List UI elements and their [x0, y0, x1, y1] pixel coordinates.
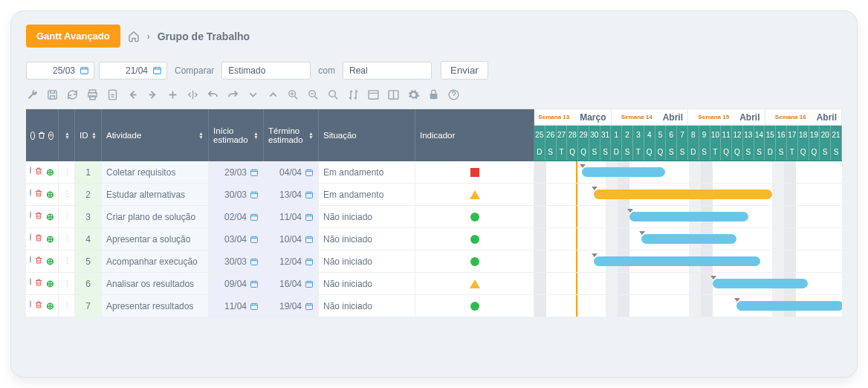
- task-row[interactable]: ⊕⋮⋮3Criar plano de solução02/0411/04Não …: [26, 206, 534, 228]
- delete-row-icon[interactable]: [34, 211, 43, 220]
- select-row-icon[interactable]: [30, 278, 31, 285]
- select-row-icon[interactable]: [30, 211, 31, 219]
- cell-start[interactable]: 29/03: [209, 161, 264, 183]
- add-row-icon[interactable]: ⊕: [46, 211, 54, 222]
- gantt-row[interactable]: [534, 206, 842, 228]
- print-icon[interactable]: [86, 88, 99, 101]
- arrow-left-icon[interactable]: [126, 88, 139, 101]
- gantt-bar[interactable]: [641, 234, 736, 244]
- sort-icon[interactable]: [347, 88, 360, 101]
- add-row-icon[interactable]: ⊕: [46, 233, 54, 245]
- undo-icon[interactable]: [207, 88, 219, 101]
- columns-icon[interactable]: [387, 88, 400, 101]
- cell-start[interactable]: 02/04: [209, 206, 264, 227]
- add-row-icon[interactable]: ⊕: [46, 166, 54, 178]
- delete-row-icon[interactable]: [34, 300, 43, 309]
- header-status[interactable]: Situação: [319, 109, 415, 161]
- header-indicator[interactable]: Indicador: [415, 109, 534, 161]
- cell-end[interactable]: 12/04: [264, 250, 319, 272]
- gear-icon[interactable]: [407, 88, 420, 101]
- gantt-row[interactable]: [534, 228, 842, 250]
- task-row[interactable]: ⊕⋮⋮1Coletar requisitos29/0304/04Em andam…: [26, 161, 534, 184]
- select-all-icon[interactable]: [30, 132, 35, 140]
- select-row-icon[interactable]: [30, 256, 31, 263]
- gantt-bar[interactable]: [629, 212, 748, 222]
- plus-icon[interactable]: [166, 88, 179, 101]
- select-row-icon[interactable]: [30, 233, 31, 241]
- task-row[interactable]: ⊕⋮⋮4Apresentar a solução03/0410/04Não in…: [26, 228, 534, 250]
- gantt-row[interactable]: [534, 184, 842, 206]
- header-bulk-tools: +: [26, 109, 59, 161]
- header-end[interactable]: Término estimado▲▼: [264, 109, 319, 161]
- refresh-icon[interactable]: [66, 88, 79, 101]
- delete-all-icon[interactable]: [37, 131, 46, 140]
- header-id[interactable]: ID▲▼: [75, 109, 102, 161]
- cell-end[interactable]: 11/04: [264, 206, 319, 227]
- export-pdf-icon[interactable]: [106, 88, 119, 101]
- timeline-month-label: Semana 16Abril: [765, 109, 843, 125]
- add-row-icon[interactable]: ⊕: [46, 256, 54, 267]
- task-row[interactable]: ⊕⋮⋮5Acompanhar execução30/0312/04Não ini…: [26, 250, 534, 273]
- wrench-icon[interactable]: [26, 88, 39, 101]
- cell-end[interactable]: 13/04: [264, 184, 319, 205]
- cell-start[interactable]: 09/04: [209, 273, 264, 294]
- redo-icon[interactable]: [227, 88, 239, 101]
- chevron-down-icon[interactable]: [247, 88, 259, 101]
- cell-start[interactable]: 03/04: [209, 228, 264, 250]
- home-icon[interactable]: [128, 30, 140, 42]
- task-row[interactable]: ⊕⋮⋮6Analisar os resultados09/0416/04Não …: [26, 273, 534, 295]
- delete-row-icon[interactable]: [34, 233, 43, 242]
- gantt-bar[interactable]: [594, 256, 760, 266]
- compare-b-select[interactable]: Real: [343, 62, 432, 80]
- header-activity[interactable]: Atividade▲▼: [102, 109, 209, 161]
- lock-icon[interactable]: [427, 88, 440, 101]
- layout-icon[interactable]: [367, 88, 380, 101]
- cell-end[interactable]: 04/04: [264, 161, 319, 183]
- search-icon[interactable]: [327, 88, 340, 101]
- delete-row-icon[interactable]: [34, 278, 43, 287]
- delete-row-icon[interactable]: [34, 189, 43, 198]
- date-from-input[interactable]: 25/03: [26, 62, 94, 80]
- delete-row-icon[interactable]: [34, 166, 43, 175]
- indicator-green-circle: [470, 302, 479, 311]
- header-start[interactable]: Início estimado▲▼: [209, 109, 264, 161]
- select-row-icon[interactable]: [30, 300, 31, 308]
- save-icon[interactable]: [46, 88, 59, 101]
- gantt-row[interactable]: [534, 161, 842, 184]
- split-icon[interactable]: [187, 88, 199, 101]
- date-to-input[interactable]: 21/04: [99, 62, 167, 80]
- select-row-icon[interactable]: [30, 166, 31, 174]
- send-button[interactable]: Enviar: [441, 61, 488, 80]
- gantt-bar[interactable]: [736, 301, 842, 311]
- arrow-right-icon[interactable]: [146, 88, 159, 101]
- help-icon[interactable]: [447, 88, 460, 101]
- compare-label: Comparar: [175, 65, 214, 76]
- add-row-icon[interactable]: ⊕: [46, 278, 54, 289]
- compare-a-select[interactable]: Estimado: [221, 62, 311, 80]
- zoom-in-icon[interactable]: [287, 88, 299, 101]
- zoom-out-icon[interactable]: [307, 88, 320, 101]
- gantt-row[interactable]: [534, 250, 842, 273]
- task-row[interactable]: ⊕⋮⋮2Estudar alternativas30/0313/04Em and…: [26, 184, 534, 206]
- add-row-icon[interactable]: ⊕: [46, 189, 54, 200]
- cell-start[interactable]: 30/03: [209, 250, 264, 272]
- add-all-icon[interactable]: +: [48, 132, 54, 140]
- add-row-icon[interactable]: ⊕: [46, 300, 54, 311]
- gantt-row[interactable]: [534, 273, 842, 295]
- task-row[interactable]: ⊕⋮⋮7Apresentar resultados11/0419/04Não i…: [26, 295, 534, 317]
- gantt-advanced-button[interactable]: Gantt Avançado: [26, 25, 120, 48]
- gantt-bar[interactable]: [582, 167, 665, 177]
- gantt-timeline[interactable]: Semana 13MarçoSemana 14AbrilSemana 15Abr…: [534, 109, 842, 317]
- gantt-row[interactable]: [534, 295, 842, 317]
- cell-start[interactable]: 30/03: [209, 184, 264, 205]
- delete-row-icon[interactable]: [34, 256, 43, 265]
- cell-end[interactable]: 19/04: [264, 295, 319, 317]
- select-row-icon[interactable]: [30, 189, 31, 196]
- gantt-bar[interactable]: [713, 279, 808, 288]
- cell-end[interactable]: 16/04: [264, 273, 319, 294]
- cell-end[interactable]: 10/04: [264, 228, 319, 250]
- chevron-up-icon[interactable]: [267, 88, 279, 101]
- svg-rect-17: [306, 192, 313, 198]
- gantt-bar[interactable]: [594, 190, 772, 199]
- cell-start[interactable]: 11/04: [209, 295, 264, 317]
